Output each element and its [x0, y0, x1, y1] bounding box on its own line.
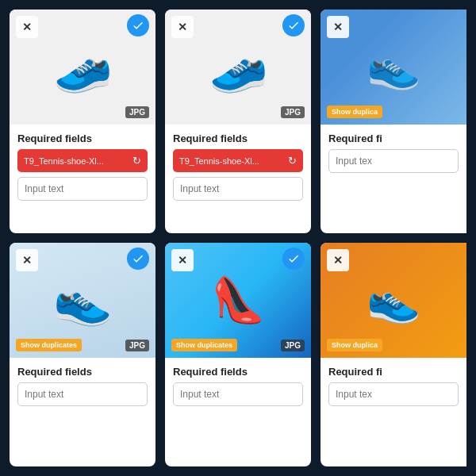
- card-4-close-button[interactable]: ✕: [16, 249, 38, 271]
- card-3-duplicates-badge[interactable]: Show duplica: [327, 106, 382, 118]
- card-2-input[interactable]: [173, 177, 303, 201]
- card-5-body: Required fields: [165, 358, 311, 466]
- card-5-image: ✕ Show duplicates JPG: [165, 243, 311, 358]
- card-2-jpg-badge: JPG: [281, 106, 305, 118]
- card-1-refresh-icon: ↻: [132, 155, 141, 167]
- card-4-input[interactable]: [17, 382, 148, 406]
- card-1-filename-button[interactable]: T9_Tennis-shoe-Xl... ↻: [17, 149, 148, 172]
- card-6-required-label: Required fi: [328, 366, 459, 378]
- card-3: ✕ Show duplica Required fi: [321, 10, 466, 233]
- card-2-close-button[interactable]: ✕: [171, 16, 194, 38]
- card-6: ✕ Show duplica Required fi: [321, 243, 466, 466]
- card-3-input[interactable]: [328, 149, 459, 173]
- card-1: ✕ JPG Required fields T9_Tennis-shoe-Xl.…: [10, 10, 155, 233]
- card-4-check-button[interactable]: [127, 248, 149, 270]
- card-4-image: ✕ Show duplicates JPG: [10, 243, 155, 358]
- card-1-filename-text: T9_Tennis-shoe-Xl...: [24, 156, 129, 166]
- card-5-jpg-badge: JPG: [281, 340, 305, 351]
- card-4-body: Required fields: [10, 358, 155, 466]
- card-5-close-button[interactable]: ✕: [171, 249, 194, 271]
- card-1-required-label: Required fields: [17, 132, 148, 144]
- card-1-jpg-badge: JPG: [125, 106, 149, 118]
- card-grid: ✕ JPG Required fields T9_Tennis-shoe-Xl.…: [0, 0, 476, 476]
- card-2-filename-button[interactable]: T9_Tennis-shoe-Xl... ↻: [173, 149, 303, 172]
- card-2-refresh-icon: ↻: [288, 155, 297, 167]
- card-1-image: ✕ JPG: [10, 10, 155, 125]
- card-6-image: ✕ Show duplica: [321, 243, 466, 358]
- card-5-check-button[interactable]: [282, 248, 305, 270]
- card-3-body: Required fi: [321, 125, 466, 233]
- card-4-jpg-badge: JPG: [125, 340, 149, 351]
- card-4-duplicates-badge[interactable]: Show duplicates: [16, 339, 82, 351]
- card-3-required-label: Required fi: [328, 132, 459, 144]
- card-3-close-button[interactable]: ✕: [327, 16, 349, 38]
- card-6-close-button[interactable]: ✕: [327, 249, 349, 271]
- card-2-filename-text: T9_Tennis-shoe-Xl...: [179, 156, 285, 166]
- card-6-body: Required fi: [321, 358, 466, 466]
- card-2-image: ✕ JPG: [165, 10, 311, 125]
- card-1-close-button[interactable]: ✕: [16, 16, 38, 38]
- card-1-body: Required fields T9_Tennis-shoe-Xl... ↻: [10, 125, 155, 233]
- card-2-required-label: Required fields: [173, 132, 303, 144]
- card-4: ✕ Show duplicates JPG Required fields: [10, 243, 155, 466]
- card-6-input[interactable]: [328, 382, 459, 406]
- card-3-image: ✕ Show duplica: [321, 10, 466, 125]
- card-5-duplicates-badge[interactable]: Show duplicates: [171, 339, 237, 351]
- card-5-input[interactable]: [173, 382, 303, 406]
- card-5-required-label: Required fields: [173, 366, 303, 378]
- card-6-duplicates-badge[interactable]: Show duplica: [327, 339, 382, 351]
- card-4-required-label: Required fields: [17, 366, 148, 378]
- card-1-check-button[interactable]: [127, 14, 149, 36]
- card-5: ✕ Show duplicates JPG Required fields: [165, 243, 311, 466]
- card-2-body: Required fields T9_Tennis-shoe-Xl... ↻: [165, 125, 311, 233]
- card-2-check-button[interactable]: [282, 14, 305, 36]
- card-1-input[interactable]: [17, 177, 148, 201]
- card-2: ✕ JPG Required fields T9_Tennis-shoe-Xl.…: [165, 10, 311, 233]
